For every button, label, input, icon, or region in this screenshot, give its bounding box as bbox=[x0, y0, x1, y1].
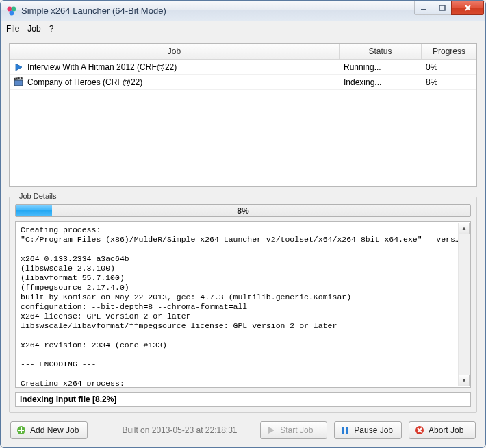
job-progress: 8% bbox=[426, 77, 437, 87]
content-area: Job Status Progress Interview With A Hit… bbox=[1, 36, 485, 420]
start-label: Start Job bbox=[280, 425, 313, 435]
log-container: Creating process: "C:/Program Files (x86… bbox=[15, 221, 471, 388]
job-list: Job Status Progress Interview With A Hit… bbox=[9, 43, 477, 187]
log-output[interactable]: Creating process: "C:/Program Files (x86… bbox=[16, 223, 458, 386]
job-status: Indexing... bbox=[344, 77, 381, 87]
svg-rect-6 bbox=[14, 80, 23, 86]
app-icon bbox=[6, 5, 17, 16]
abort-label: Abort Job bbox=[429, 425, 463, 435]
svg-rect-3 bbox=[421, 9, 426, 10]
svg-rect-4 bbox=[439, 5, 445, 10]
pause-job-button[interactable]: Pause Job bbox=[334, 421, 402, 439]
svg-rect-16 bbox=[346, 427, 348, 434]
scrollbar-vertical[interactable]: ▲ ▼ bbox=[458, 223, 470, 386]
table-row[interactable]: Company of Heroes (CRF@22) Indexing... 8… bbox=[10, 75, 476, 90]
header-job[interactable]: Job bbox=[10, 44, 340, 59]
start-icon bbox=[266, 425, 276, 435]
main-window: Simple x264 Launcher (64-Bit Mode) File … bbox=[0, 0, 486, 448]
pause-label: Pause Job bbox=[354, 425, 393, 435]
close-button[interactable] bbox=[451, 1, 484, 15]
play-icon bbox=[14, 62, 23, 72]
progress-percent: 8% bbox=[16, 205, 470, 216]
svg-point-2 bbox=[10, 10, 14, 15]
job-details-group: Job Details 8% Creating process: "C:/Pro… bbox=[9, 197, 477, 413]
svg-point-0 bbox=[8, 6, 12, 11]
job-list-body: Interview With A Hitman 2012 (CRF@22) Ru… bbox=[10, 60, 476, 186]
menu-file[interactable]: File bbox=[6, 24, 19, 34]
titlebar[interactable]: Simple x264 Launcher (64-Bit Mode) bbox=[1, 1, 485, 21]
abort-job-button[interactable]: Abort Job bbox=[409, 421, 476, 439]
scroll-down-icon[interactable]: ▼ bbox=[459, 375, 470, 386]
menu-job[interactable]: Job bbox=[27, 24, 40, 34]
svg-marker-5 bbox=[16, 64, 22, 71]
log-text: Creating process: "C:/Program Files (x86… bbox=[21, 225, 454, 386]
minimize-button[interactable] bbox=[414, 1, 433, 15]
scroll-up-icon[interactable]: ▲ bbox=[459, 223, 470, 234]
job-progress: 0% bbox=[426, 62, 437, 72]
abort-icon bbox=[415, 425, 424, 435]
menubar: File Job ? bbox=[1, 21, 485, 36]
window-title: Simple x264 Launcher (64-Bit Mode) bbox=[21, 5, 415, 16]
header-progress[interactable]: Progress bbox=[422, 44, 476, 59]
bottom-toolbar: Add New Job Built on 2013-05-23 at 22:18… bbox=[1, 420, 485, 447]
job-status: Running... bbox=[344, 62, 381, 72]
svg-point-1 bbox=[12, 6, 16, 11]
job-list-header: Job Status Progress bbox=[10, 44, 476, 60]
add-new-job-button[interactable]: Add New Job bbox=[10, 421, 88, 439]
job-name: Company of Heroes (CRF@22) bbox=[27, 77, 142, 87]
job-name: Interview With A Hitman 2012 (CRF@22) bbox=[27, 62, 177, 72]
svg-rect-15 bbox=[342, 427, 344, 434]
progress-bar: 8% bbox=[15, 204, 471, 217]
window-controls bbox=[415, 1, 485, 21]
add-icon bbox=[16, 425, 26, 435]
table-row[interactable]: Interview With A Hitman 2012 (CRF@22) Ru… bbox=[10, 60, 476, 75]
maximize-button[interactable] bbox=[433, 1, 452, 15]
pause-icon bbox=[340, 425, 350, 435]
add-label: Add New Job bbox=[30, 425, 79, 435]
clapper-icon bbox=[14, 77, 23, 87]
job-details-legend: Job Details bbox=[16, 192, 59, 200]
svg-rect-13 bbox=[18, 430, 24, 431]
start-job-button[interactable]: Start Job bbox=[260, 421, 327, 439]
build-info: Built on 2013-05-23 at 22:18:31 bbox=[94, 425, 253, 435]
status-line: indexing input file [8.2%] bbox=[15, 392, 471, 407]
menu-help[interactable]: ? bbox=[49, 24, 54, 34]
header-status[interactable]: Status bbox=[340, 44, 422, 59]
status-text: indexing input file [8.2%] bbox=[20, 395, 116, 404]
svg-marker-14 bbox=[268, 427, 274, 434]
